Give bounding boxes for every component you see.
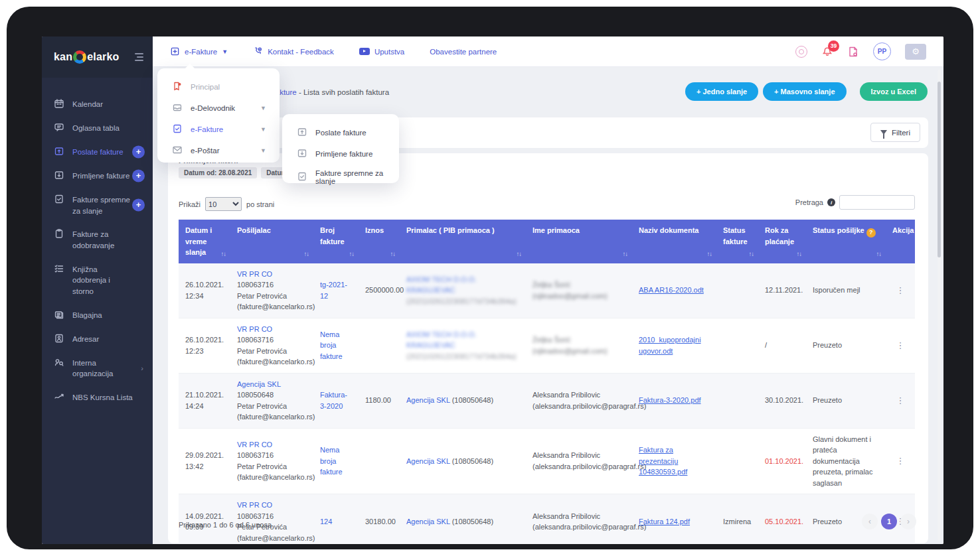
plus-badge[interactable]: + [132,199,145,212]
hamburger-icon[interactable] [135,53,143,61]
table-body: 26.10.2021.12:34VR PR CO 108063716Petar … [179,263,915,545]
topnav-kontakt-label: Kontakt - Feedback [268,48,334,56]
dokument-link[interactable]: Faktura-3-2020.pdf [639,396,701,404]
sort-icon[interactable]: ↑↓ [623,249,628,259]
sidebar-item-nbs-kursna-lista[interactable]: NBS Kursna Lista [42,385,153,409]
row-actions-menu-icon[interactable]: ⋮ [892,284,908,297]
primalac-link[interactable]: AXIOM TECH D.O.O. KRAGUJEVAC [406,275,477,295]
notifications-bell-icon[interactable]: 39 [821,46,833,58]
col-header-1[interactable]: Pošiljalac↑↓ [230,220,313,263]
broj-fakture-link[interactable]: Faktura-3-2020 [320,391,347,410]
topnav-item-obavestite[interactable]: Obavestite partnere [430,48,497,56]
col-header-4[interactable]: Primalac ( PIB primaoca )↑↓ [400,220,526,263]
user-avatar[interactable]: PP [873,42,891,60]
invoice-row-4: 14.09.2021.09:39VR PR CO 108063716Petar … [179,494,915,545]
search-input[interactable] [839,195,915,210]
pagination-page-1[interactable]: 1 [881,514,897,529]
col-header-9[interactable]: Status pošiljke?↑↓ [806,220,886,263]
sort-icon[interactable]: ↑↓ [517,249,522,259]
app-logo[interactable]: kan elarko [54,50,120,64]
broj-fakture-link[interactable]: Nema broja fakture [320,446,343,476]
topnav-item-efakture[interactable]: e-Fakture ▼ [170,46,228,56]
pagination-next-icon[interactable]: › [900,514,916,529]
document-shortcut-icon[interactable] [847,46,859,58]
sort-icon[interactable]: ↑↓ [797,249,802,259]
col-header-7[interactable]: Status fakture↑↓ [716,220,758,263]
cell-posiljalac: VR PR CO 108063716Petar Petrovića(faktur… [230,263,313,318]
submenu-item-primljene-fakture[interactable]: Primljene fakture [282,143,399,165]
dokument-link[interactable]: ABA AR16-2020.odt [639,286,704,294]
sidebar-item-fakture-spremne-za-slanje[interactable]: Fakture spremne za slanje+ [42,188,153,222]
sort-icon[interactable]: ↑↓ [749,249,754,259]
question-badge-icon[interactable]: ? [866,228,876,238]
topnav-item-uputstva[interactable]: Uputstva [359,48,404,56]
submenu-item-poslate-fakture[interactable]: Poslate fakture [282,122,399,143]
cell-posiljalac: VR PR CO 108063716Petar Petrovića(faktur… [230,318,313,373]
sidebar-item-blagajna[interactable]: Blagajna [42,303,153,327]
col-header-5[interactable]: Ime primaoca↑↓ [526,220,632,263]
sidebar-item-primljene-fakture[interactable]: Primljene fakture+ [42,164,153,188]
dokument-link[interactable]: Faktura 124.pdf [639,518,690,525]
izvoz-excel-button[interactable]: Izvoz u Excel [860,82,928,101]
primalac-link[interactable]: AXIOM TECH D.O.O. KRAGUJEVAC [406,330,477,350]
posiljalac-org-link[interactable]: Agencija SKL [237,380,281,388]
sort-icon[interactable]: ↑↓ [349,249,355,259]
broj-fakture-link[interactable]: tg-2021-12 [320,281,347,300]
row-actions-menu-icon[interactable]: ⋮ [892,339,908,352]
sidebar-item-knji-na-odobrenja-i-storno[interactable]: Knjižna odobrenja i storno [42,257,153,303]
settings-gear-button[interactable]: ⚙ [905,44,926,60]
broj-fakture-link[interactable]: Nema broja fakture [320,330,343,360]
sidebar-item-poslate-fakture[interactable]: Poslate fakture+ [42,140,153,164]
plus-badge[interactable]: + [132,170,145,182]
masovno-slanje-button[interactable]: + Masovno slanje [763,82,846,101]
sort-icon[interactable]: ↑↓ [707,249,712,259]
dropdown-item-e-fakture[interactable]: e-Fakture▼ [157,119,280,140]
dokument-link[interactable]: 2010_kupoprodajni ugovor.odt [639,336,701,355]
posiljalac-org-link[interactable]: VR PR CO [237,441,272,449]
dropdown-item-e-delovodnik[interactable]: e-Delovodnik▼ [157,98,280,119]
sidebar-item-fakture-za-odobravanje[interactable]: Fakture za odobravanje [42,222,153,257]
posiljalac-org-link[interactable]: VR PR CO [237,501,272,509]
col-header-2[interactable]: Broj fakture↑↓ [313,220,359,263]
submenu-item-fakture-spremne-za-slanje[interactable]: Fakture spremne za slanje [282,165,399,190]
exchange-icon [54,391,64,403]
col-header-6[interactable]: Naziv dokumenta↑↓ [632,220,716,263]
sidebar-item-oglasna-tabla[interactable]: Oglasna tabla [42,116,153,140]
scrollbar-track[interactable] [938,70,941,541]
sidebar-item-kalendar[interactable]: Kalendar [42,92,153,116]
file-check-icon [172,123,183,135]
sidebar-item-label: Blagajna [72,309,102,321]
primalac-link[interactable]: Agencija SKL [406,457,450,465]
per-page-select[interactable]: 10 [205,197,242,211]
sidebar-item-adresar[interactable]: Adresar [42,327,153,351]
sort-icon[interactable]: ↑↓ [221,249,226,259]
table-card: Primenjeni filteri: Datum od: 28.08.2021… [168,153,928,543]
col-header-0[interactable]: Datum i vreme slanja↑↓ [179,220,230,263]
pagination-prev-icon[interactable]: ‹ [862,514,878,529]
sort-icon[interactable]: ↑↓ [390,249,396,259]
filteri-button[interactable]: Filteri [870,123,920,142]
primalac-link[interactable]: Agencija SKL [406,518,450,525]
coin-icon[interactable] [795,46,807,58]
scrollbar-thumb[interactable] [938,82,941,257]
dropdown-item-e-po-tar[interactable]: e-Poštar▼ [157,140,280,161]
broj-fakture-link[interactable]: 124 [320,518,332,525]
posiljalac-org-link[interactable]: VR PR CO [237,270,272,278]
col-header-3[interactable]: Iznos↑↓ [359,220,400,263]
col-header-label: Iznos [365,226,384,234]
plus-badge[interactable]: + [132,146,145,159]
primalac-link[interactable]: Agencija SKL [406,396,450,404]
sort-icon[interactable]: ↑↓ [876,249,882,259]
dropdown-item-principal[interactable]: Principal [157,76,280,98]
sort-icon[interactable]: ↑↓ [304,249,309,259]
dokument-link[interactable]: Faktura za prezentaciju 104830593.pdf [639,446,687,476]
col-header-8[interactable]: Rok za plaćanje↑↓ [758,220,806,263]
row-actions-menu-icon[interactable]: ⋮ [892,394,908,407]
cell-status-posiljke: Preuzeto [806,373,886,428]
posiljalac-org-link[interactable]: VR PR CO [237,325,272,333]
topnav-item-kontakt[interactable]: Kontakt - Feedback [253,46,334,56]
cell-ime-primaoca: Željka Šorić(njlinadoo@gmail.com) [526,263,632,318]
sidebar-item-interna-organizacija[interactable]: Interna organizacija› [42,351,153,385]
row-actions-menu-icon[interactable]: ⋮ [892,454,908,468]
jedno-slanje-button[interactable]: + Jedno slanje [685,82,758,101]
